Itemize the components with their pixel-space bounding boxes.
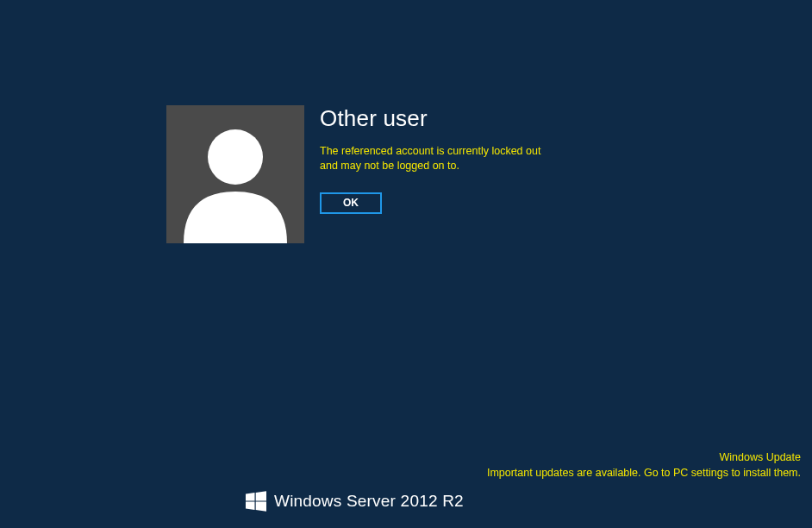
ok-button[interactable]: OK [320,192,382,214]
person-icon [166,105,304,243]
svg-marker-2 [256,491,266,500]
svg-point-0 [208,129,263,185]
brand-year: 2012 [401,492,438,510]
lockout-error-message: The referenced account is currently lock… [320,144,540,173]
brand-suffix: R2 [442,492,464,510]
os-brand-text: Windows Server 2012 R2 [274,492,464,511]
svg-marker-3 [246,502,255,510]
user-avatar [166,105,304,243]
svg-marker-4 [256,502,266,512]
windows-logo-icon [246,491,266,512]
windows-update-notice: Windows Update Important updates are ava… [487,450,801,481]
update-notice-title: Windows Update [487,450,801,466]
brand-main: Windows Server [274,492,396,510]
svg-marker-1 [246,493,255,500]
user-title: Other user [320,105,540,132]
login-area: Other user The referenced account is cur… [166,105,540,243]
update-notice-body: Important updates are available. Go to P… [487,466,801,481]
login-text-column: Other user The referenced account is cur… [320,105,540,214]
os-branding: Windows Server 2012 R2 [246,491,464,512]
